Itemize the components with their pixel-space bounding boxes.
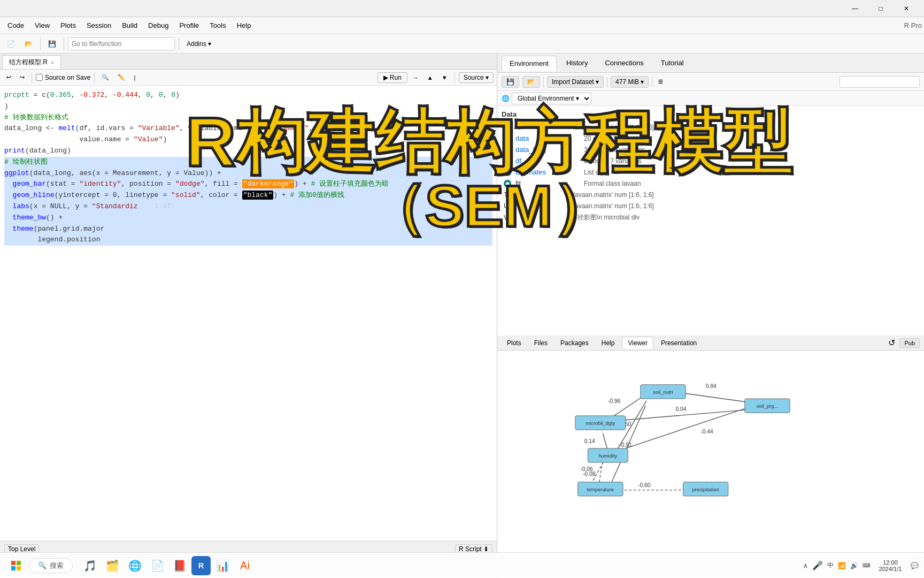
edge-label-004: 0.04 [675, 406, 686, 412]
menu-help[interactable]: Help [232, 19, 257, 32]
code-line-13: labs(x = NULL, y = "Standardiz l ef [4, 201, 492, 212]
svg-rect-3 [17, 566, 21, 571]
menu-plots[interactable]: Plots [55, 19, 81, 32]
notifications-icon[interactable]: 💬 [911, 562, 919, 569]
edge-label--008: -0.08 [583, 471, 596, 477]
source-button[interactable]: Source ▾ [459, 72, 494, 83]
edge-label--096: -0.96 [608, 398, 621, 404]
tab-tutorial[interactable]: Tutorial [653, 56, 691, 70]
tab-viewer[interactable]: Viewer [622, 337, 653, 349]
search-magnifier-icon: 🔍 [38, 561, 47, 569]
var-name-U: U [504, 202, 568, 210]
taskbar-ai-icon[interactable]: Ai [234, 555, 256, 576]
right-sep2 [607, 77, 607, 87]
tab-environment[interactable]: Environment [502, 56, 557, 71]
maximize-button[interactable]: □ [868, 0, 893, 17]
tab-connections[interactable]: Connections [597, 56, 651, 70]
menu-build[interactable]: Build [117, 19, 143, 32]
right-sep [543, 77, 544, 87]
environment-search[interactable] [840, 76, 920, 88]
ime-indicator[interactable]: 中 [827, 561, 834, 570]
tab-files[interactable]: Files [529, 337, 553, 349]
taskbar-r-icon[interactable]: R [191, 556, 211, 575]
environment-data-table: Data B 'lavaan.matrix' num [1:6, 1:6] ◉ … [497, 106, 924, 336]
format-icon[interactable]: ✏️ [114, 73, 128, 82]
data-row-datalong[interactable]: ◉ data_long 36 obs. of 3 variables [502, 144, 920, 155]
var-value-Tot: 'lavaan.matrix' num [1:6, 1:6] [572, 191, 918, 199]
tab-history[interactable]: History [559, 56, 595, 70]
memory-button[interactable]: 477 MiB ▾ [611, 76, 649, 88]
data-section-header: Data [502, 110, 920, 118]
run-button[interactable]: ▶ Run [378, 72, 407, 83]
code-line-16: legend.position [4, 234, 492, 246]
main-area: 结方程模型.R × ↩ ↪ Source on Save 🔍 ✏️ | ▶ Ru… [0, 54, 924, 557]
menu-code[interactable]: Code [2, 19, 29, 32]
step-button[interactable]: → [410, 73, 422, 82]
new-file-button[interactable]: 📄 [3, 36, 19, 51]
tray-up-arrow[interactable]: ∧ [803, 562, 808, 569]
list-view-icon[interactable]: ≡ [656, 76, 665, 88]
redo-button[interactable]: ↪ [17, 73, 28, 82]
open-file-button[interactable]: 📂 [21, 36, 36, 51]
tab-plots[interactable]: Plots [502, 337, 527, 349]
go-to-file-input[interactable] [68, 37, 175, 50]
clock: 12:002024/1/1 [874, 559, 906, 572]
import-dataset-button[interactable]: Import Dataset ▾ [547, 76, 604, 88]
code-editor[interactable]: prcptt = c(0.365, -0.372, -0.444, 0, 0, … [0, 86, 497, 541]
compile-icon[interactable]: | [130, 73, 138, 82]
data-row-B: B 'lavaan.matrix' num [1:6, 1:6] [502, 121, 920, 133]
tab-presentation[interactable]: Presentation [656, 337, 702, 349]
taskbar-search-bar[interactable]: 🔍 搜索 [29, 558, 73, 573]
editor-tab-close[interactable]: × [51, 59, 54, 66]
data-row-estimates[interactable]: ◉ Estimates List of 4 [502, 166, 920, 178]
code-line-10: ggplot(data_long, aes(x = Measurement, y… [4, 168, 492, 179]
load-env-button[interactable]: 📂 [522, 76, 540, 88]
addins-button[interactable]: Addins ▾ [183, 36, 215, 51]
mic-icon[interactable]: 🎤 [812, 560, 823, 571]
menu-profile[interactable]: Profile [174, 19, 204, 32]
source-on-save-label[interactable]: Source on Save [45, 74, 90, 81]
undo-button[interactable]: ↩ [3, 73, 14, 82]
volume-icon[interactable]: 🔊 [850, 562, 858, 569]
right-panel: Environment History Connections Tutorial… [497, 54, 924, 557]
refresh-plot-icon[interactable]: ↺ [886, 337, 897, 349]
svg-rect-2 [11, 566, 16, 571]
network-icon[interactable]: 📶 [838, 562, 846, 569]
var-value-fit: Formal class lavaan [584, 180, 918, 187]
tab-packages[interactable]: Packages [555, 337, 594, 349]
menu-view[interactable]: View [29, 19, 55, 32]
menu-tools[interactable]: Tools [204, 19, 231, 32]
taskbar-pdf-icon[interactable]: 📕 [169, 555, 190, 576]
code-line-1: prcptt = c(0.365, -0.372, -0.444, 0, 0, … [4, 90, 492, 101]
menu-session[interactable]: Session [81, 19, 117, 32]
plot-panel-tabs: Plots Files Packages Help Viewer Present… [497, 336, 924, 351]
keyboard-icon[interactable]: ⌨ [863, 562, 870, 568]
global-env-select[interactable]: Global Environment ▾ [512, 93, 591, 104]
save-button[interactable]: 💾 [44, 36, 60, 51]
minimize-button[interactable]: — [843, 0, 867, 17]
var-value-V: ...径影图\n microbial div [572, 213, 918, 222]
editor-tab-sem[interactable]: 结方程模型.R × [2, 55, 61, 69]
taskbar-excel-icon[interactable]: 📊 [212, 555, 233, 576]
taskbar-word-icon[interactable]: 📄 [147, 555, 168, 576]
search-icon[interactable]: 🔍 [98, 73, 112, 82]
start-button[interactable] [5, 555, 27, 576]
edge-label--060: -0.60 [638, 482, 651, 488]
data-row-df[interactable]: ◉ df 6 obs. of 7 variables [502, 155, 920, 166]
title-bar: — □ ✕ [0, 0, 924, 17]
data-icon-datalong: ◉ [504, 146, 511, 154]
menu-debug[interactable]: Debug [143, 19, 174, 32]
taskbar-music-icon[interactable]: 🎵 [79, 555, 101, 576]
nav-next-button[interactable]: ▼ [438, 73, 451, 82]
data-row-data[interactable]: ◉ data 20 obs. of 6 variables [502, 133, 920, 144]
taskbar-files-icon[interactable]: 🗂️ [102, 555, 123, 576]
close-button[interactable]: ✕ [894, 0, 919, 17]
nav-prev-button[interactable]: ▲ [424, 73, 436, 82]
save-env-button[interactable]: 💾 [502, 76, 519, 88]
source-on-save-checkbox[interactable] [36, 74, 43, 81]
taskbar-browser-icon[interactable]: 🌐 [124, 555, 145, 576]
editor-tab-label: 结方程模型.R [9, 58, 48, 67]
publish-button[interactable]: Pub [899, 338, 920, 348]
window-controls: — □ ✕ [843, 0, 919, 17]
tab-help[interactable]: Help [596, 337, 620, 349]
